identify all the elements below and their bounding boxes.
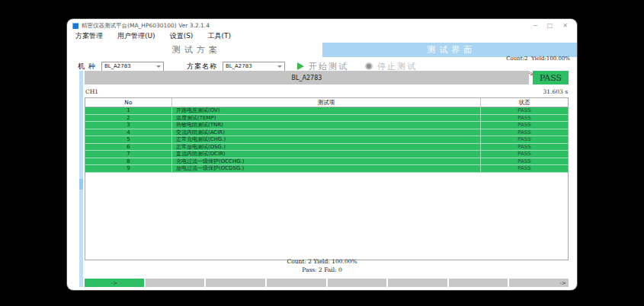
minimize-icon[interactable]: ─ [533,23,537,29]
elapsed-time: 31.603 s [543,88,568,95]
plan-select-value: BL_A2783 [226,63,252,69]
table-row[interactable]: 8充电过流一级保护(OCCHG.)PASS [85,158,568,166]
test-table-header: No 测试项 状态 [85,98,568,107]
plan-label: 方案名称 [187,62,217,72]
channel-name-bar: BL_A2783 [85,71,529,84]
cell-status: PASS [481,144,568,151]
cell-no: 4 [85,129,172,136]
cell-no: 8 [85,158,172,165]
toolbar-stats-line1: Count:2 Yield:100.00% [506,56,570,62]
model-label: 机 种 [78,62,96,72]
table-row[interactable]: 5正常充电测试(CHG.)PASS [85,136,568,144]
cell-item: 正常放电测试(DSG.) [172,144,481,151]
cell-status: PASS [481,129,568,136]
cell-item: 直流内阻测试(DCIR) [172,151,481,158]
menu-item-tools[interactable]: 工具(T) [207,31,231,41]
cell-status: PASS [481,136,568,143]
table-row[interactable]: 4交流内阻测试(ACIR)PASS [85,129,568,137]
tab-test-plan[interactable]: 测试方案 [67,43,322,57]
progress-segment [328,279,387,287]
cell-status: PASS [481,107,568,114]
plan-select[interactable]: BL_A2783 [223,62,285,72]
cell-item: 放电过流一级保护(OCDSG.) [172,165,481,172]
test-table: No 测试项 状态 1开路电压测试(OV)PASS2温度测试(TEMP)PASS… [85,97,569,260]
progress-bar: ->-> [85,279,569,287]
cell-status: PASS [481,122,568,129]
table-row[interactable]: 9放电过流一级保护(OCDSG.)PASS [85,165,568,173]
progress-arrow-right-icon: -> [560,280,569,286]
close-icon[interactable]: ✕ [562,23,568,29]
menu-bar: 方案管理用户管理(U)设置(S)工具(T) [67,30,577,41]
cell-no: 9 [85,165,172,172]
model-select-value: BL_A2783 [104,63,131,69]
cell-status: PASS [481,115,568,122]
maximize-icon[interactable]: □ [547,23,553,29]
cell-status: PASS [481,165,568,172]
cell-item: 充电过流一级保护(OCCHG.) [172,158,481,165]
progress-arrow-left-icon: -> [111,280,117,286]
model-select[interactable]: BL_A2783 [101,62,164,72]
app-window: 精密仪器测试平台(MA_HP6030100) Ver 3.2.1.4 ─ □ ✕… [67,19,577,290]
table-row[interactable]: 1开路电压测试(OV)PASS [85,107,568,115]
channel-label: CH1 [85,88,98,95]
title-bar: 精密仪器测试平台(MA_HP6030100) Ver 3.2.1.4 ─ □ ✕ [67,19,577,30]
table-row[interactable]: 7直流内阻测试(DCIR)PASS [85,151,568,158]
cell-no: 2 [85,115,172,122]
stop-icon [365,62,373,70]
progress-segment [146,279,205,287]
table-row[interactable]: 3热敏电阻测试(TNR)PASS [85,122,568,129]
result-badge: PASS [533,71,569,84]
header-no: No [85,98,172,107]
play-icon [297,62,304,70]
cell-item: 温度测试(TEMP) [172,115,481,122]
cell-item: 热敏电阻测试(TNR) [172,122,481,129]
chevron-down-icon [277,65,282,68]
cell-no: 3 [85,122,172,129]
table-row[interactable]: 6正常放电测试(DSG.)PASS [85,144,568,151]
cell-no: 6 [85,144,172,151]
test-table-body: 1开路电压测试(OV)PASS2温度测试(TEMP)PASS3热敏电阻测试(TN… [85,107,568,173]
collapse-handle-icon [79,179,83,190]
header-item: 测试项 [172,98,481,107]
cell-status: PASS [481,158,568,165]
footer-stats-line1: Count: 2 Yield: 100.00% [287,258,357,265]
window-controls: ─ □ ✕ [533,23,571,29]
menu-item-plan-management[interactable]: 方案管理 [75,31,103,41]
footer-stats-line2: Pass: 2 Fail: 0 [302,266,342,273]
progress-segment: -> [509,279,569,287]
progress-segment [267,279,326,287]
table-row[interactable]: 2温度测试(TEMP)PASS [85,115,568,123]
app-icon [72,23,78,29]
chevron-down-icon [156,65,161,68]
progress-segment [449,279,508,287]
progress-segment: -> [85,279,144,287]
progress-segment [206,279,265,287]
collapse-strip[interactable] [79,71,83,287]
window-title: 精密仪器测试平台(MA_HP6030100) Ver 3.2.1.4 [82,22,210,30]
cell-item: 正常充电测试(CHG.) [172,136,481,143]
cell-no: 5 [85,136,172,143]
footer-stats: Count: 2 Yield: 100.00% Pass: 2 Fail: 0 [67,258,577,274]
cell-status: PASS [481,151,568,158]
menu-item-settings[interactable]: 设置(S) [170,31,194,41]
cell-no: 1 [85,107,172,114]
channel-info-row: CH1 31.603 s [85,86,568,97]
cell-item: 开路电压测试(OV) [172,107,481,114]
menu-item-user-management[interactable]: 用户管理(U) [117,31,155,41]
progress-segment [388,279,447,287]
header-status: 状态 [481,98,568,107]
cell-item: 交流内阻测试(ACIR) [172,129,481,136]
cell-no: 7 [85,151,172,158]
